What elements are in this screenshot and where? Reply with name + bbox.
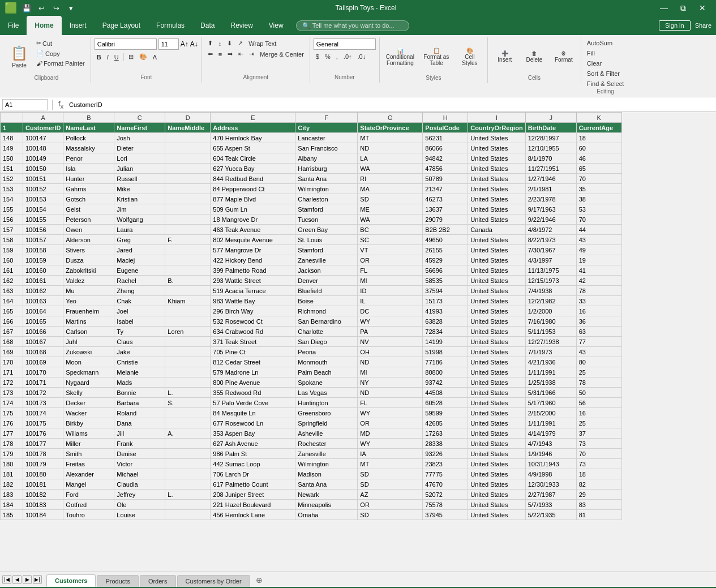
cell-r168-c0[interactable]: 100167 <box>23 337 63 347</box>
cell-r179-c8[interactable]: United States <box>468 449 525 459</box>
cell-r185-c4[interactable]: 456 Hemlock Lane <box>211 510 295 520</box>
cell-r163-c2[interactable]: Zheng <box>114 286 165 296</box>
cell-r181-c9[interactable]: 4/9/1998 <box>525 469 576 479</box>
cell-r185-c8[interactable]: United States <box>468 510 525 520</box>
bold-button[interactable]: B <box>95 53 104 62</box>
table-row[interactable]: 185100184TouhroLouise456 Hemlock LaneOma… <box>1 510 622 520</box>
cell-r177-c0[interactable]: 100176 <box>23 428 63 439</box>
wrap-text-btn[interactable]: Wrap Text <box>246 39 278 48</box>
cell-r152-c5[interactable]: Santa Ana <box>295 174 358 184</box>
cell-r160-c5[interactable]: Zanesville <box>295 255 358 265</box>
cell-r175-c5[interactable]: Greensboro <box>295 408 358 418</box>
table-row[interactable]: 182100181MangelClaudia617 Palmetto Count… <box>1 479 622 490</box>
cell-r179-c3[interactable] <box>165 449 211 459</box>
table-row[interactable]: 154100153GotschKristian877 Maple BlvdCha… <box>1 194 622 204</box>
cell-r184-c8[interactable]: United States <box>468 500 525 510</box>
cell-r148-c5[interactable]: Lancaster <box>295 133 358 143</box>
cell-r154-c0[interactable]: 100153 <box>23 194 63 204</box>
cell-r158-c2[interactable]: Greg <box>114 235 165 245</box>
col-header-B[interactable]: B <box>63 113 114 123</box>
cell-r157-c6[interactable]: BC <box>358 225 423 235</box>
cell-r183-c10[interactable]: 29 <box>576 490 621 500</box>
cell-r171-c3[interactable] <box>165 367 211 377</box>
cell-r160-c10[interactable]: 19 <box>576 255 621 265</box>
cell-r161-c1[interactable]: Zabokritski <box>63 265 114 276</box>
cell-r172-c8[interactable]: United States <box>468 377 525 388</box>
cell-r166-c4[interactable]: 532 Rosewood Ct <box>211 316 295 327</box>
cell-r181-c5[interactable]: Madison <box>295 469 358 479</box>
cell-r170-c1[interactable]: Moon <box>63 357 114 367</box>
cell-r168-c8[interactable]: United States <box>468 337 525 347</box>
cell-r156-c4[interactable]: 18 Mangrove Dr <box>211 214 295 225</box>
cell-r156-c0[interactable]: 100155 <box>23 214 63 225</box>
cell-r174-c6[interactable]: FL <box>358 398 423 408</box>
cell-r158-c8[interactable]: United States <box>468 235 525 245</box>
cell-r163-c4[interactable]: 519 Acacia Terrace <box>211 286 295 296</box>
cell-r167-c5[interactable]: Charlotte <box>295 327 358 337</box>
cell-r185-c10[interactable]: 81 <box>576 510 621 520</box>
cell-r167-c9[interactable]: 5/11/1953 <box>525 327 576 337</box>
cell-r170-c6[interactable]: ND <box>358 357 423 367</box>
cell-r148-c8[interactable]: United States <box>468 133 525 143</box>
cell-r167-c6[interactable]: PA <box>358 327 423 337</box>
cell-r170-c8[interactable]: United States <box>468 357 525 367</box>
cell-r168-c10[interactable]: 77 <box>576 337 621 347</box>
cell-r168-c1[interactable]: Juhl <box>63 337 114 347</box>
table-row[interactable]: 171100170SpeckmannMelanie579 Madrone LnP… <box>1 367 622 377</box>
cell-r184-c10[interactable]: 83 <box>576 500 621 510</box>
cell-r180-c0[interactable]: 100179 <box>23 459 63 469</box>
menu-item-home[interactable]: Home <box>27 16 61 35</box>
cell-r169-c6[interactable]: OH <box>358 347 423 357</box>
cell-r168-c3[interactable] <box>165 337 211 347</box>
delete-btn[interactable]: 🗑 Delete <box>521 38 548 75</box>
cell-r181-c1[interactable]: Alexander <box>63 469 114 479</box>
cell-r184-c3[interactable] <box>165 500 211 510</box>
cell-r168-c7[interactable]: 14199 <box>423 337 468 347</box>
cell-r157-c7[interactable]: B2B 2B2 <box>423 225 468 235</box>
cell-r159-c1[interactable]: Stivers <box>63 245 114 255</box>
cell-r167-c2[interactable]: Ty <box>114 327 165 337</box>
cell-r175-c8[interactable]: United States <box>468 408 525 418</box>
cell-r183-c4[interactable]: 208 Juniper Street <box>211 490 295 500</box>
cell-r165-c2[interactable]: Joel <box>114 306 165 316</box>
table-row[interactable]: 174100173DeckerBarbaraS.57 Palo Verde Co… <box>1 398 622 408</box>
cell-r164-c3[interactable]: Khiam <box>165 296 211 306</box>
cell-r176-c7[interactable]: 42685 <box>423 418 468 428</box>
cell-r165-c0[interactable]: 100164 <box>23 306 63 316</box>
border-button[interactable]: ⊞ <box>126 52 136 62</box>
cell-r185-c2[interactable]: Louise <box>114 510 165 520</box>
table-row[interactable]: 172100171NygaardMads800 Pine AvenueSpoka… <box>1 377 622 388</box>
cell-r183-c9[interactable]: 2/27/1987 <box>525 490 576 500</box>
cell-r160-c0[interactable]: 100159 <box>23 255 63 265</box>
cell-r162-c5[interactable]: Denver <box>295 276 358 286</box>
cell-r174-c7[interactable]: 60528 <box>423 398 468 408</box>
table-row[interactable]: 160100159DuszaMaciej422 Hickory BendZane… <box>1 255 622 265</box>
cell-r154-c2[interactable]: Kristian <box>114 194 165 204</box>
cell-r175-c0[interactable]: 100174 <box>23 408 63 418</box>
cell-r172-c6[interactable]: NY <box>358 377 423 388</box>
cell-r174-c3[interactable]: S. <box>165 398 211 408</box>
cell-r154-c6[interactable]: SD <box>358 194 423 204</box>
comma-btn[interactable]: , <box>334 52 340 61</box>
cell-r170-c4[interactable]: 812 Cedar Street <box>211 357 295 367</box>
cell-r183-c8[interactable]: United States <box>468 490 525 500</box>
cell-r152-c7[interactable]: 50789 <box>423 174 468 184</box>
cell-r175-c1[interactable]: Wacker <box>63 408 114 418</box>
cell-r184-c0[interactable]: 100183 <box>23 500 63 510</box>
table-row[interactable]: 156100155PetersonWolfgang18 Mangrove DrT… <box>1 214 622 225</box>
table-row[interactable]: 183100182FordJeffreyL.208 Juniper Street… <box>1 490 622 500</box>
share-btn[interactable]: Share <box>695 22 711 29</box>
italic-button[interactable]: I <box>105 53 111 62</box>
cell-r178-c3[interactable] <box>165 439 211 449</box>
col-header-C[interactable]: C <box>114 113 165 123</box>
cell-r152-c6[interactable]: RI <box>358 174 423 184</box>
cell-r161-c7[interactable]: 56696 <box>423 265 468 276</box>
cell-r171-c1[interactable]: Speckmann <box>63 367 114 377</box>
cell-r178-c2[interactable]: Frank <box>114 439 165 449</box>
cell-r165-c3[interactable] <box>165 306 211 316</box>
cell-r158-c6[interactable]: SC <box>358 235 423 245</box>
cell-r161-c5[interactable]: Jackson <box>295 265 358 276</box>
cell-r163-c6[interactable]: ID <box>358 286 423 296</box>
cell-r149-c3[interactable] <box>165 143 211 153</box>
cell-r156-c2[interactable]: Wolfgang <box>114 214 165 225</box>
